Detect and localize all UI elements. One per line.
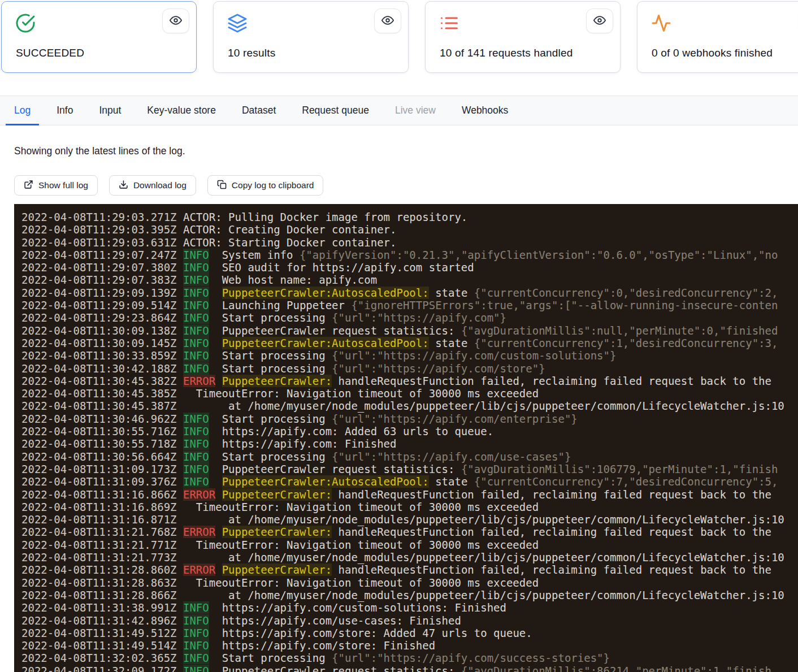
log-line: 2022-04-08T11:32:02.365Z INFO Start proc… bbox=[21, 652, 798, 664]
tab-live-view: Live view bbox=[387, 96, 444, 125]
tab-log[interactable]: Log bbox=[6, 96, 39, 125]
log-notice-text: Showing only the latest lines of the log… bbox=[14, 145, 185, 157]
log-line: 2022-04-08T11:30:45.387Z at /home/myuser… bbox=[21, 400, 798, 412]
log-line: 2022-04-08T11:29:03.271Z ACTOR: Pulling … bbox=[21, 211, 798, 223]
log-line: 2022-04-08T11:31:16.866Z ERROR Puppeteer… bbox=[21, 488, 798, 501]
view-results-button[interactable] bbox=[374, 8, 401, 33]
log-actions-row: Show full log Download log Copy log to c… bbox=[14, 175, 323, 196]
log-line: 2022-04-08T11:29:09.514Z INFO Launching … bbox=[21, 299, 798, 311]
log-line: 2022-04-08T11:29:03.631Z ACTOR: Starting… bbox=[21, 236, 798, 249]
log-line: 2022-04-08T11:31:09.376Z INFO PuppeteerC… bbox=[21, 475, 798, 488]
log-line: 2022-04-08T11:31:49.512Z INFO https://ap… bbox=[21, 627, 798, 639]
card-requests[interactable]: 10 of 141 requests handled bbox=[425, 1, 621, 73]
webhooks-count-label: 0 of 0 webhooks finished bbox=[652, 47, 773, 59]
log-line: 2022-04-08T11:29:03.395Z ACTOR: Creating… bbox=[21, 223, 798, 236]
view-status-button[interactable] bbox=[162, 8, 189, 33]
log-line: 2022-04-08T11:31:09.173Z INFO PuppeteerC… bbox=[21, 463, 798, 475]
log-line: 2022-04-08T11:30:55.718Z INFO https://ap… bbox=[21, 437, 798, 450]
results-count-label: 10 results bbox=[228, 47, 275, 59]
tab-webhooks[interactable]: Webhooks bbox=[453, 96, 517, 125]
list-icon bbox=[439, 13, 459, 33]
card-run-status[interactable]: SUCCEEDED bbox=[1, 1, 197, 73]
check-circle-icon bbox=[15, 13, 36, 33]
log-line: 2022-04-08T11:30:55.716Z INFO https://ap… bbox=[21, 425, 798, 437]
log-line: 2022-04-08T11:31:38.991Z INFO https://ap… bbox=[21, 601, 798, 614]
log-line: 2022-04-08T11:29:23.864Z INFO Start proc… bbox=[21, 311, 798, 324]
log-line: 2022-04-08T11:31:28.860Z ERROR Puppeteer… bbox=[21, 563, 798, 576]
log-line: 2022-04-08T11:29:07.380Z INFO SEO audit … bbox=[21, 261, 798, 274]
log-line: 2022-04-08T11:31:21.768Z ERROR Puppeteer… bbox=[21, 526, 798, 538]
copy-log-button[interactable]: Copy log to clipboard bbox=[207, 175, 324, 196]
log-line: 2022-04-08T11:31:21.773Z at /home/myuser… bbox=[21, 551, 798, 563]
copy-icon bbox=[217, 180, 227, 192]
external-link-icon bbox=[24, 180, 33, 192]
log-line: 2022-04-08T11:31:28.866Z at /home/myuser… bbox=[21, 589, 798, 601]
tab-info[interactable]: Info bbox=[48, 96, 81, 125]
log-line: 2022-04-08T11:31:42.896Z INFO https://ap… bbox=[21, 614, 798, 627]
download-log-button[interactable]: Download log bbox=[109, 175, 196, 196]
run-status-label: SUCCEEDED bbox=[16, 47, 84, 59]
log-line: 2022-04-08T11:30:42.188Z INFO Start proc… bbox=[21, 362, 798, 375]
activity-icon bbox=[651, 13, 671, 33]
log-line: 2022-04-08T11:30:45.385Z TimeoutError: N… bbox=[21, 387, 798, 400]
view-requests-button[interactable] bbox=[586, 8, 613, 33]
log-line: 2022-04-08T11:30:33.859Z INFO Start proc… bbox=[21, 349, 798, 362]
card-webhooks[interactable]: 0 of 0 webhooks finished bbox=[637, 1, 798, 73]
log-line: 2022-04-08T11:30:46.962Z INFO Start proc… bbox=[21, 413, 798, 425]
eye-icon bbox=[170, 14, 182, 28]
run-detail-tabbar: Log Info Input Key-value store Dataset R… bbox=[0, 96, 798, 125]
log-line: 2022-04-08T11:30:45.382Z ERROR Puppeteer… bbox=[21, 375, 798, 387]
log-line: 2022-04-08T11:31:16.871Z at /home/myuser… bbox=[21, 513, 798, 526]
log-line: 2022-04-08T11:29:09.139Z INFO PuppeteerC… bbox=[21, 287, 798, 299]
log-line: 2022-04-08T11:29:07.383Z INFO Web host n… bbox=[21, 274, 798, 286]
download-log-label: Download log bbox=[133, 180, 187, 190]
tab-request-queue[interactable]: Request queue bbox=[293, 96, 378, 125]
log-terminal[interactable]: 2022-04-08T11:29:03.271Z ACTOR: Pulling … bbox=[14, 204, 798, 672]
log-line: 2022-04-08T11:31:21.771Z TimeoutError: N… bbox=[21, 539, 798, 551]
log-line: 2022-04-08T11:30:56.664Z INFO Start proc… bbox=[21, 450, 798, 463]
log-line: 2022-04-08T11:30:09.145Z INFO PuppeteerC… bbox=[21, 337, 798, 349]
copy-log-label: Copy log to clipboard bbox=[232, 180, 314, 190]
tab-key-value-store[interactable]: Key-value store bbox=[138, 96, 224, 125]
layers-icon bbox=[227, 13, 248, 33]
log-line: 2022-04-08T11:30:09.138Z INFO PuppeteerC… bbox=[21, 324, 798, 337]
requests-count-label: 10 of 141 requests handled bbox=[440, 47, 573, 59]
tab-input[interactable]: Input bbox=[90, 96, 129, 125]
eye-icon bbox=[381, 14, 394, 28]
card-results[interactable]: 10 results bbox=[213, 1, 409, 73]
log-line: 2022-04-08T11:31:16.869Z TimeoutError: N… bbox=[21, 501, 798, 513]
tab-dataset[interactable]: Dataset bbox=[233, 96, 284, 125]
show-full-log-label: Show full log bbox=[38, 180, 88, 190]
log-line: 2022-04-08T11:31:49.514Z INFO https://ap… bbox=[21, 639, 798, 652]
show-full-log-button[interactable]: Show full log bbox=[14, 175, 98, 196]
status-cards-row: SUCCEEDED 10 results 10 of 141 requests … bbox=[1, 1, 798, 73]
log-line: 2022-04-08T11:31:28.863Z TimeoutError: N… bbox=[21, 576, 798, 589]
download-icon bbox=[119, 180, 128, 192]
eye-icon bbox=[593, 14, 606, 28]
log-line: 2022-04-08T11:32:09.172Z INFO PuppeteerC… bbox=[21, 665, 798, 672]
log-line: 2022-04-08T11:29:07.247Z INFO System inf… bbox=[21, 249, 798, 261]
